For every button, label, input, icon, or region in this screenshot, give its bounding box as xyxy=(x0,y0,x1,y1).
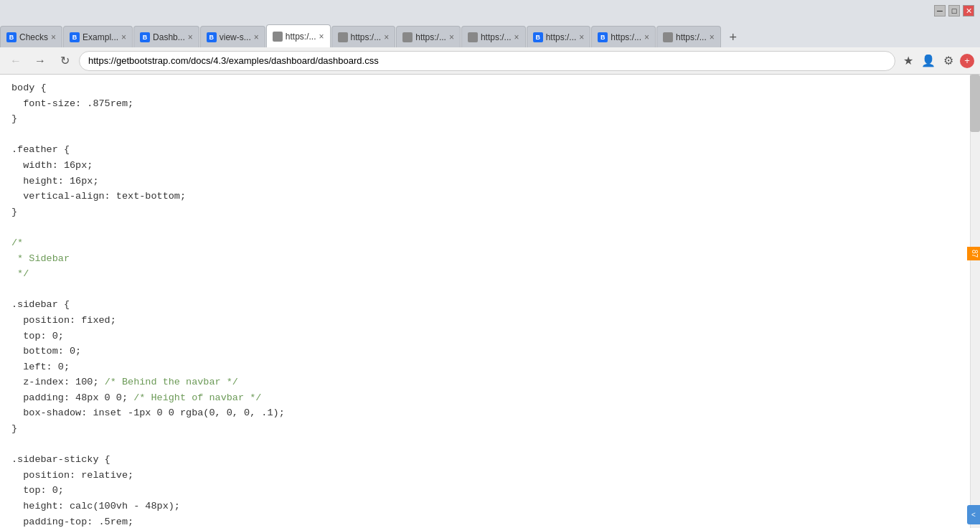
close-button[interactable]: ✕ xyxy=(963,5,974,16)
tab-close-tab10[interactable]: × xyxy=(644,32,649,42)
code-line-7: vertical-align: text-bottom; xyxy=(0,189,970,204)
code-line-15: position: fixed; xyxy=(0,313,970,329)
scrollbar-area[interactable] xyxy=(970,75,980,528)
code-line-21: box-shadow: inset -1px 0 0 rgba(0, 0, 0,… xyxy=(0,405,970,421)
code-line-12: */ xyxy=(0,266,970,282)
maximize-button[interactable]: □ xyxy=(948,5,960,16)
code-line-4: .feather { xyxy=(0,142,970,158)
tab-label-tab3: Dashb... xyxy=(153,32,185,42)
tab-close-tab1[interactable]: × xyxy=(51,32,56,42)
tab-label-tab7: https:/... xyxy=(415,32,446,42)
tab-label-tab11: https:/... xyxy=(676,32,707,42)
code-line-16: top: 0; xyxy=(0,329,970,344)
tab-icon-tab1: B xyxy=(6,32,17,42)
tab-label-tab5: https:/... xyxy=(286,32,316,42)
code-line-18: left: 0; xyxy=(0,359,970,375)
code-line-23 xyxy=(0,437,970,453)
tab-tab7[interactable]: https:/...× xyxy=(396,26,461,47)
tab-icon-tab4: B xyxy=(207,32,217,42)
tab-close-tab11[interactable]: × xyxy=(710,32,715,42)
tab-icon-tab9: B xyxy=(533,32,543,42)
back-button[interactable]: ← xyxy=(6,51,26,71)
tab-tab2[interactable]: BExampl...× xyxy=(63,26,133,47)
star-icon[interactable]: ★ xyxy=(900,52,917,70)
tab-icon-tab10: B xyxy=(598,32,608,42)
address-bar: ← → ↻ ★ 👤 ⚙ + xyxy=(0,47,980,75)
tab-tab11[interactable]: https:/...× xyxy=(656,26,721,47)
tab-tab4[interactable]: Bview-s...× xyxy=(200,26,265,47)
tab-close-tab2[interactable]: × xyxy=(121,32,126,42)
code-line-6: height: 16px; xyxy=(0,174,970,189)
title-bar: ─ □ ✕ xyxy=(0,0,980,22)
code-line-2: } xyxy=(0,111,970,127)
minimize-button[interactable]: ─ xyxy=(934,5,946,16)
code-line-13 xyxy=(0,282,970,298)
tab-tab9[interactable]: Bhttps:/...× xyxy=(527,26,591,47)
right-notification[interactable]: 87 xyxy=(967,247,980,260)
tab-label-tab8: https:/... xyxy=(481,32,512,42)
code-line-5: width: 16px; xyxy=(0,158,970,174)
tab-tab8[interactable]: https:/...× xyxy=(461,26,526,47)
tab-label-tab1: Checks xyxy=(19,32,48,42)
code-line-20: padding: 48px 0 0; /* Height of navbar *… xyxy=(0,390,970,406)
user-icon[interactable]: 👤 xyxy=(920,52,937,70)
tab-icon-tab11 xyxy=(663,32,673,42)
tab-label-tab2: Exampl... xyxy=(83,32,118,42)
code-line-1: font-size: .875rem; xyxy=(0,96,970,112)
code-line-19: z-index: 100; /* Behind the navbar */ xyxy=(0,374,970,390)
tab-icon-tab8 xyxy=(468,32,478,42)
tab-tab3[interactable]: BDashb...× xyxy=(133,26,199,47)
address-input[interactable] xyxy=(79,51,895,71)
code-line-11: * Sidebar xyxy=(0,251,970,267)
tab-close-tab8[interactable]: × xyxy=(514,32,519,42)
code-line-28: padding-top: .5rem; xyxy=(0,514,970,528)
code-line-26: top: 0; xyxy=(0,483,970,499)
forward-button[interactable]: → xyxy=(30,51,50,71)
tab-close-tab7[interactable]: × xyxy=(449,32,454,42)
tab-icon-tab7 xyxy=(402,32,413,42)
settings-icon[interactable]: ⚙ xyxy=(940,52,957,70)
code-line-14: .sidebar { xyxy=(0,297,970,313)
code-line-27: height: calc(100vh - 48px); xyxy=(0,499,970,514)
tab-label-tab4: view-s... xyxy=(220,32,251,42)
tab-tab10[interactable]: Bhttps:/...× xyxy=(591,26,656,47)
refresh-button[interactable]: ↻ xyxy=(55,51,75,71)
code-line-0: body { xyxy=(0,80,970,96)
tab-icon-tab3: B xyxy=(140,32,150,42)
code-line-8: } xyxy=(0,204,970,220)
tab-close-tab3[interactable]: × xyxy=(188,32,193,42)
tab-close-tab6[interactable]: × xyxy=(384,32,389,42)
new-tab-button[interactable]: + xyxy=(723,27,743,47)
tab-icon-tab6 xyxy=(338,32,348,42)
tab-tab1[interactable]: BChecks× xyxy=(0,26,62,47)
right-notification2[interactable]: < xyxy=(967,505,980,524)
tab-label-tab9: https:/... xyxy=(546,32,577,42)
code-line-25: position: relative; xyxy=(0,468,970,484)
title-bar-controls: ─ □ ✕ xyxy=(934,5,974,16)
code-line-17: bottom: 0; xyxy=(0,344,970,359)
tab-icon-tab5 xyxy=(273,32,283,42)
tab-close-tab9[interactable]: × xyxy=(579,32,584,42)
address-right-icons: ★ 👤 ⚙ + xyxy=(900,52,974,70)
code-line-10: /* xyxy=(0,235,970,251)
tab-bar: BChecks×BExampl...×BDashb...×Bview-s...×… xyxy=(0,22,980,47)
code-view: body { font-size: .875rem;} .feather { w… xyxy=(0,75,970,528)
code-line-24: .sidebar-sticky { xyxy=(0,452,970,468)
main-wrapper: body { font-size: .875rem;} .feather { w… xyxy=(0,75,980,528)
code-line-9 xyxy=(0,220,970,235)
code-line-22: } xyxy=(0,421,970,437)
code-line-3 xyxy=(0,127,970,143)
tab-label-tab6: https:/... xyxy=(351,32,382,42)
tab-close-tab5[interactable]: × xyxy=(319,32,324,42)
tab-close-tab4[interactable]: × xyxy=(254,32,259,42)
plus-icon[interactable]: + xyxy=(960,54,974,68)
scrollbar-thumb[interactable] xyxy=(970,75,980,132)
tab-icon-tab2: B xyxy=(70,32,80,42)
tab-tab5[interactable]: https:/...× xyxy=(266,24,331,47)
tab-label-tab10: https:/... xyxy=(611,32,641,42)
tab-tab6[interactable]: https:/...× xyxy=(331,26,396,47)
